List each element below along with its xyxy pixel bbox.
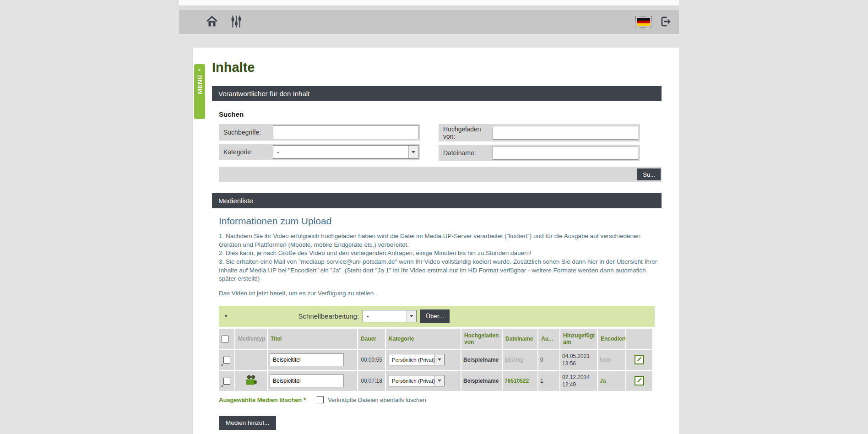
keywords-label: Suchbegriffe: — [223, 129, 273, 136]
encoded-cell: Ja — [600, 378, 606, 384]
au-cell: 0 — [538, 350, 559, 370]
header-duration: Dauer — [358, 329, 385, 349]
edit-button[interactable] — [635, 355, 644, 364]
table-header-row: Medientyp Titel Dauer Kategorie Hochgela… — [219, 329, 652, 349]
filename-label: Dateiname: — [443, 149, 493, 157]
divider — [219, 410, 655, 410]
search-row-category: Kategorie: - — [219, 144, 420, 160]
search-row-keywords: Suchbegriffe: — [219, 124, 420, 141]
delete-linked-label: Verknüpfte Dateien ebenfalls löschen — [328, 396, 426, 403]
search-section-title: Suchen — [219, 110, 679, 118]
added-time: 12:49 — [562, 381, 595, 388]
table-row: * 00:00:55 Persönlich (Privat) Beispieln… — [219, 350, 652, 370]
search-button[interactable]: Su... — [637, 168, 661, 180]
header-title: Titel — [268, 329, 357, 349]
menu-tab[interactable]: ▸ MENÜ — [194, 64, 205, 119]
row-checkbox[interactable] — [223, 357, 230, 363]
filename-link[interactable]: 76510522 — [505, 378, 529, 384]
quick-edit-select[interactable]: - — [363, 310, 417, 322]
header-encoded: Encodiert — [598, 329, 625, 349]
edit-pencil-icon — [637, 377, 642, 384]
header-mediatype: Medientyp — [235, 329, 267, 349]
menu-arrow-icon: ▸ — [199, 68, 201, 72]
video-camera-icon — [245, 380, 257, 387]
search-row-uploader: Hochgeladen von: — [439, 124, 640, 141]
section-header-medialist: Medienliste — [212, 193, 662, 208]
search-form: Suchbegriffe: Kategorie: - Hochgeladen v… — [219, 124, 679, 161]
edit-button[interactable] — [635, 376, 644, 385]
filters-icon — [230, 15, 242, 29]
added-cell: 04.05.2021 13:56 — [560, 350, 597, 370]
delete-row: Ausgewählte Medien löschen * Verknüpfte … — [219, 396, 679, 403]
filename-cell: Ij3jGbig — [505, 357, 523, 363]
delete-linked-checkbox[interactable] — [317, 396, 324, 403]
category-select-value: - — [273, 149, 408, 156]
upload-info-text: 1. Nachdem Sie ihr Video erfolgreich hoc… — [219, 232, 662, 283]
upload-info-paragraph: 2. Dies kann, je nach Größe des Video un… — [219, 249, 662, 258]
au-cell: 1 — [538, 371, 559, 391]
quick-edit-select-value: - — [363, 313, 407, 320]
keywords-input[interactable] — [273, 125, 418, 139]
mediatype-cell — [235, 350, 267, 370]
search-submit-bar: Su... — [219, 167, 662, 182]
row-category-select[interactable]: Persönlich (Privat) — [389, 354, 445, 365]
upload-info-paragraph: 3. Sie erhalten eine Mail von "mediaup-s… — [219, 258, 662, 283]
home-icon — [206, 15, 218, 29]
filename-input[interactable] — [493, 146, 638, 160]
video-ready-text: Das Video ist jetzt bereit, um es zur Ve… — [219, 290, 662, 297]
chevron-down-icon — [408, 146, 418, 158]
home-button[interactable] — [204, 14, 220, 30]
quick-edit-bar: ▾ Schnellbearbeitung: - Über... — [219, 306, 655, 327]
quick-edit-label: Schnellbearbeitung: — [298, 312, 359, 320]
mediatype-cell — [235, 371, 267, 391]
encoded-cell: Nein — [600, 357, 611, 363]
header-added: Hinzugefügt am — [560, 329, 597, 349]
upload-info-title: Informationen zum Upload — [219, 216, 679, 227]
delete-selected-link[interactable]: Ausgewählte Medien löschen * — [219, 396, 306, 403]
logout-icon — [659, 15, 672, 29]
media-table: Medientyp Titel Dauer Kategorie Hochgela… — [218, 328, 653, 392]
title-input[interactable] — [270, 353, 344, 366]
table-row: * 00:07:18 — [219, 371, 652, 391]
content-area: ▸ MENÜ Inhalte Verantwortlicher für den … — [193, 48, 679, 434]
search-form-left-column: Suchbegriffe: Kategorie: - — [219, 124, 420, 161]
row-checkbox[interactable] — [223, 378, 230, 385]
row-category-value: Persönlich (Privat) — [389, 378, 434, 384]
page-column: ▸ MENÜ Inhalte Verantwortlicher für den … — [193, 0, 679, 434]
header-uploader: Hochgeladen von — [461, 329, 502, 349]
select-all-checkbox[interactable] — [222, 336, 228, 342]
row-asterisk: * — [221, 384, 223, 391]
filters-button[interactable] — [228, 14, 244, 30]
edit-pencil-icon — [637, 356, 642, 363]
uploader-label: Hochgeladen von: — [443, 125, 493, 140]
toolbar — [179, 10, 679, 34]
header-au: Au... — [538, 329, 559, 349]
added-date: 02.12.2014 — [562, 374, 595, 381]
top-white-strip — [179, 0, 679, 5]
row-category-select[interactable]: Persönlich (Privat) — [389, 375, 445, 386]
added-date: 04.05.2021 — [562, 353, 595, 360]
logout-button[interactable] — [658, 14, 673, 30]
language-german-button[interactable] — [637, 14, 651, 30]
row-asterisk: * — [221, 363, 223, 369]
category-select[interactable]: - — [273, 145, 418, 159]
top-light-strip — [179, 5, 679, 10]
title-input[interactable] — [270, 374, 344, 387]
quick-edit-apply-button[interactable]: Über... — [420, 309, 450, 323]
header-category: Kategorie — [386, 329, 461, 349]
category-label: Kategorie: — [223, 148, 273, 156]
uploader-input[interactable] — [493, 126, 638, 140]
added-time: 13:56 — [562, 360, 595, 367]
search-row-filename: Dateiname: — [439, 145, 640, 161]
collapse-arrow-icon[interactable]: ▾ — [225, 314, 228, 319]
added-cell: 02.12.2014 12:49 — [560, 371, 597, 391]
header-actions — [626, 329, 652, 349]
section-header-responsible: Verantwortlicher für den Inhalt — [212, 86, 662, 101]
row-category-value: Persönlich (Privat) — [389, 357, 434, 363]
add-media-button[interactable]: Medien hinzuf... — [219, 416, 276, 430]
chevron-down-icon — [407, 310, 416, 322]
header-filename: Dateiname — [503, 329, 537, 349]
menu-tab-label: MENÜ — [196, 75, 203, 94]
german-flag-icon — [637, 18, 650, 26]
duration-cell: 00:07:18 — [358, 371, 385, 391]
